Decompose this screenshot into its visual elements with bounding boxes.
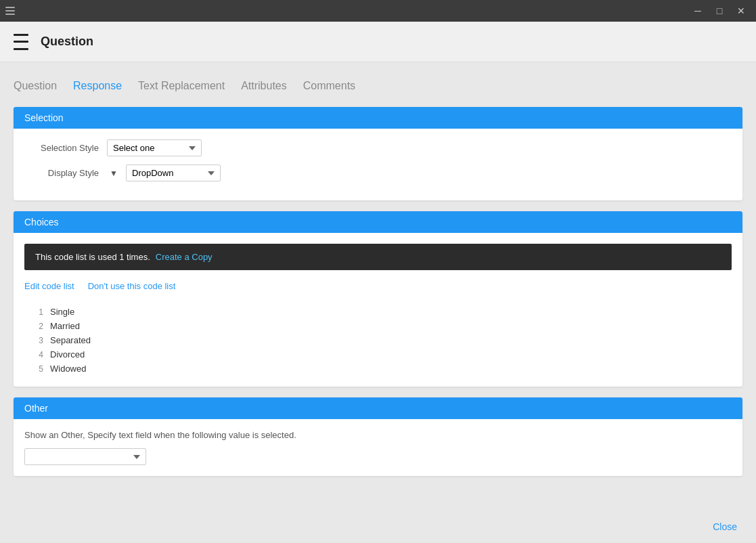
maximize-button[interactable]: □ — [710, 1, 729, 20]
choice-label-4: Divorced — [50, 349, 85, 360]
other-description: Show an Other, Specify text field when t… — [24, 430, 732, 440]
choices-section: Choices This code list is used 1 times. … — [14, 211, 742, 387]
choice-number-3: 3 — [30, 336, 43, 345]
other-section: Other Show an Other, Specify text field … — [14, 397, 742, 476]
minimize-button[interactable]: ─ — [688, 1, 707, 20]
tabs: Question Response Text Replacement Attri… — [14, 76, 742, 96]
display-dropdown-icon: ▼ — [107, 167, 120, 180]
choice-label-3: Separated — [50, 335, 91, 345]
code-list-actions: Edit code list Don't use this code list — [24, 278, 732, 294]
title-bar-left — [5, 5, 16, 16]
choices-header: Choices — [14, 211, 742, 233]
app-list-icon — [14, 32, 32, 51]
title-bar-controls: ─ □ ✕ — [688, 1, 751, 20]
display-style-select[interactable]: DropDown Radio Buttons Checkboxes — [126, 165, 221, 181]
choice-label-1: Single — [50, 307, 74, 317]
selection-style-row: Selection Style Select one Select many — [24, 139, 732, 156]
selection-style-select[interactable]: Select one Select many — [107, 139, 202, 156]
notice-text: This code list is used 1 times. — [35, 252, 150, 262]
main-content: Question Response Text Replacement Attri… — [0, 62, 756, 511]
app-header: Question — [0, 22, 756, 62]
notice-bar: This code list is used 1 times. Create a… — [24, 244, 732, 270]
choice-number-2: 2 — [30, 322, 43, 331]
title-bar: ─ □ ✕ — [0, 0, 756, 22]
close-button[interactable]: Close — [707, 519, 742, 535]
choices-list: 1 Single 2 Married 3 Separated 4 Divorce… — [24, 305, 732, 376]
selection-style-label: Selection Style — [24, 143, 99, 153]
choice-item: 2 Married — [30, 319, 726, 333]
close-window-button[interactable]: ✕ — [732, 1, 751, 20]
choices-body: This code list is used 1 times. Create a… — [14, 233, 742, 387]
other-header: Other — [14, 397, 742, 419]
window-menu-icon — [5, 5, 16, 16]
choice-number-4: 4 — [30, 350, 43, 360]
footer: Close — [0, 511, 756, 543]
selection-section: Selection Selection Style Select one Sel… — [14, 107, 742, 200]
choice-number-5: 5 — [30, 364, 43, 374]
tab-attributes[interactable]: Attributes — [241, 76, 298, 96]
tab-question[interactable]: Question — [14, 76, 68, 96]
choice-item: 4 Divorced — [30, 347, 726, 362]
tab-response[interactable]: Response — [73, 76, 133, 96]
other-select-row: Single Married Separated Divorced Widowe… — [24, 448, 732, 465]
edit-code-list-link[interactable]: Edit code list — [24, 281, 74, 291]
app-title: Question — [41, 35, 93, 49]
tab-text-replacement[interactable]: Text Replacement — [138, 76, 236, 96]
selection-header: Selection — [14, 107, 742, 129]
choice-label-5: Widowed — [50, 364, 86, 374]
dont-use-code-list-link[interactable]: Don't use this code list — [88, 281, 176, 291]
choice-label-2: Married — [50, 321, 80, 331]
choice-item: 5 Widowed — [30, 362, 726, 376]
create-copy-link[interactable]: Create a Copy — [156, 252, 213, 262]
display-style-label: Display Style — [24, 168, 99, 178]
other-body: Show an Other, Specify text field when t… — [14, 419, 742, 476]
tab-comments[interactable]: Comments — [303, 76, 366, 96]
choice-item: 1 Single — [30, 305, 726, 319]
display-style-control: ▼ DropDown Radio Buttons Checkboxes — [107, 165, 221, 181]
display-style-row: Display Style ▼ DropDown Radio Buttons C… — [24, 165, 732, 181]
choice-item: 3 Separated — [30, 333, 726, 347]
choice-number-1: 1 — [30, 307, 43, 317]
other-value-select[interactable]: Single Married Separated Divorced Widowe… — [24, 448, 146, 465]
selection-body: Selection Style Select one Select many D… — [14, 129, 742, 200]
